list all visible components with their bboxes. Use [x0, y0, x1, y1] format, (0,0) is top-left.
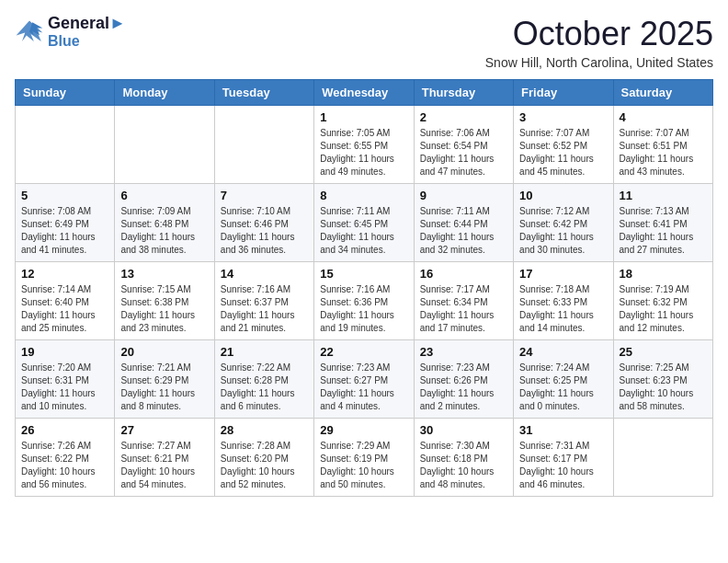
table-row: 11Sunrise: 7:13 AMSunset: 6:41 PMDayligh…: [613, 184, 712, 262]
day-info: Sunrise: 7:12 AMSunset: 6:42 PMDaylight:…: [519, 205, 607, 257]
table-row: 2Sunrise: 7:06 AMSunset: 6:54 PMDaylight…: [414, 106, 513, 184]
day-number: 7: [221, 189, 308, 202]
day-info: Sunrise: 7:06 AMSunset: 6:54 PMDaylight:…: [420, 127, 507, 178]
table-row: 15Sunrise: 7:16 AMSunset: 6:36 PMDayligh…: [314, 262, 414, 340]
calendar-week-row: 1Sunrise: 7:05 AMSunset: 6:55 PMDaylight…: [16, 106, 713, 184]
day-number: 29: [320, 423, 407, 437]
table-row: 6Sunrise: 7:09 AMSunset: 6:48 PMDaylight…: [115, 184, 214, 262]
calendar-week-row: 19Sunrise: 7:20 AMSunset: 6:31 PMDayligh…: [16, 340, 713, 419]
day-info: Sunrise: 7:19 AMSunset: 6:32 PMDaylight:…: [620, 283, 707, 335]
col-sunday: Sunday: [16, 80, 115, 106]
logo-text: General► Blue: [48, 15, 126, 49]
day-number: 20: [120, 345, 208, 359]
table-row: 7Sunrise: 7:10 AMSunset: 6:46 PMDaylight…: [214, 184, 313, 262]
table-row: 3Sunrise: 7:07 AMSunset: 6:52 PMDaylight…: [514, 106, 613, 184]
table-row: 17Sunrise: 7:18 AMSunset: 6:33 PMDayligh…: [514, 262, 613, 340]
day-number: 10: [519, 189, 607, 202]
page-header: General► Blue October 2025 Snow Hill, No…: [15, 15, 713, 70]
day-info: Sunrise: 7:30 AMSunset: 6:18 PMDaylight:…: [420, 440, 507, 491]
day-info: Sunrise: 7:26 AMSunset: 6:22 PMDaylight:…: [21, 440, 108, 491]
day-info: Sunrise: 7:25 AMSunset: 6:23 PMDaylight:…: [620, 362, 707, 413]
table-row: 19Sunrise: 7:20 AMSunset: 6:31 PMDayligh…: [16, 340, 115, 419]
location: Snow Hill, North Carolina, United States: [485, 55, 713, 70]
day-number: 8: [320, 189, 407, 202]
table-row: 21Sunrise: 7:22 AMSunset: 6:28 PMDayligh…: [214, 340, 313, 419]
table-row: 29Sunrise: 7:29 AMSunset: 6:19 PMDayligh…: [314, 419, 414, 497]
day-info: Sunrise: 7:11 AMSunset: 6:44 PMDaylight:…: [420, 205, 507, 257]
calendar-week-row: 5Sunrise: 7:08 AMSunset: 6:49 PMDaylight…: [16, 184, 713, 262]
day-number: 30: [420, 423, 507, 437]
table-row: 12Sunrise: 7:14 AMSunset: 6:40 PMDayligh…: [16, 262, 115, 340]
day-info: Sunrise: 7:29 AMSunset: 6:19 PMDaylight:…: [320, 440, 407, 491]
day-info: Sunrise: 7:13 AMSunset: 6:41 PMDaylight:…: [620, 205, 707, 257]
day-number: 28: [221, 423, 308, 437]
table-row: 14Sunrise: 7:16 AMSunset: 6:37 PMDayligh…: [214, 262, 313, 340]
table-row: 5Sunrise: 7:08 AMSunset: 6:49 PMDaylight…: [16, 184, 115, 262]
day-number: 9: [420, 189, 507, 202]
day-info: Sunrise: 7:07 AMSunset: 6:52 PMDaylight:…: [519, 127, 607, 178]
day-number: 14: [221, 267, 308, 281]
day-number: 21: [221, 345, 308, 359]
day-number: 16: [420, 267, 507, 281]
table-row: 24Sunrise: 7:24 AMSunset: 6:25 PMDayligh…: [514, 340, 613, 419]
day-number: 4: [620, 110, 707, 124]
table-row: [613, 419, 712, 497]
day-info: Sunrise: 7:16 AMSunset: 6:37 PMDaylight:…: [221, 283, 308, 335]
logo-icon: [15, 19, 44, 45]
day-info: Sunrise: 7:31 AMSunset: 6:17 PMDaylight:…: [519, 440, 607, 491]
day-number: 2: [420, 110, 507, 124]
day-number: 6: [120, 189, 208, 202]
day-info: Sunrise: 7:15 AMSunset: 6:38 PMDaylight:…: [120, 283, 208, 335]
day-info: Sunrise: 7:23 AMSunset: 6:26 PMDaylight:…: [420, 362, 507, 413]
day-info: Sunrise: 7:18 AMSunset: 6:33 PMDaylight:…: [519, 283, 607, 335]
table-row: 10Sunrise: 7:12 AMSunset: 6:42 PMDayligh…: [514, 184, 613, 262]
day-info: Sunrise: 7:14 AMSunset: 6:40 PMDaylight:…: [21, 283, 108, 335]
table-row: 27Sunrise: 7:27 AMSunset: 6:21 PMDayligh…: [115, 419, 214, 497]
day-info: Sunrise: 7:17 AMSunset: 6:34 PMDaylight:…: [420, 283, 507, 335]
table-row: 22Sunrise: 7:23 AMSunset: 6:27 PMDayligh…: [314, 340, 414, 419]
month-title: October 2025: [485, 15, 713, 53]
calendar-header-row: Sunday Monday Tuesday Wednesday Thursday…: [16, 80, 713, 106]
table-row: 20Sunrise: 7:21 AMSunset: 6:29 PMDayligh…: [115, 340, 214, 419]
col-thursday: Thursday: [414, 80, 513, 106]
day-number: 26: [21, 423, 108, 437]
calendar-week-row: 26Sunrise: 7:26 AMSunset: 6:22 PMDayligh…: [16, 419, 713, 497]
day-info: Sunrise: 7:08 AMSunset: 6:49 PMDaylight:…: [21, 205, 108, 257]
table-row: 28Sunrise: 7:28 AMSunset: 6:20 PMDayligh…: [214, 419, 313, 497]
calendar-table: Sunday Monday Tuesday Wednesday Thursday…: [15, 79, 713, 497]
calendar-week-row: 12Sunrise: 7:14 AMSunset: 6:40 PMDayligh…: [16, 262, 713, 340]
table-row: 1Sunrise: 7:05 AMSunset: 6:55 PMDaylight…: [314, 106, 414, 184]
day-info: Sunrise: 7:24 AMSunset: 6:25 PMDaylight:…: [519, 362, 607, 413]
day-number: 11: [620, 189, 707, 202]
table-row: 25Sunrise: 7:25 AMSunset: 6:23 PMDayligh…: [613, 340, 712, 419]
table-row: 8Sunrise: 7:11 AMSunset: 6:45 PMDaylight…: [314, 184, 414, 262]
day-number: 5: [21, 189, 108, 202]
table-row: [115, 106, 214, 184]
svg-marker-0: [17, 20, 43, 40]
table-row: 16Sunrise: 7:17 AMSunset: 6:34 PMDayligh…: [414, 262, 513, 340]
day-info: Sunrise: 7:22 AMSunset: 6:28 PMDaylight:…: [221, 362, 308, 413]
day-number: 31: [519, 423, 607, 437]
day-info: Sunrise: 7:20 AMSunset: 6:31 PMDaylight:…: [21, 362, 108, 413]
day-info: Sunrise: 7:05 AMSunset: 6:55 PMDaylight:…: [320, 127, 407, 178]
col-wednesday: Wednesday: [314, 80, 414, 106]
day-info: Sunrise: 7:07 AMSunset: 6:51 PMDaylight:…: [620, 127, 707, 178]
day-number: 23: [420, 345, 507, 359]
day-number: 12: [21, 267, 108, 281]
day-info: Sunrise: 7:09 AMSunset: 6:48 PMDaylight:…: [120, 205, 208, 257]
day-info: Sunrise: 7:10 AMSunset: 6:46 PMDaylight:…: [221, 205, 308, 257]
day-number: 17: [519, 267, 607, 281]
day-number: 22: [320, 345, 407, 359]
table-row: 23Sunrise: 7:23 AMSunset: 6:26 PMDayligh…: [414, 340, 513, 419]
table-row: 4Sunrise: 7:07 AMSunset: 6:51 PMDaylight…: [613, 106, 712, 184]
table-row: [214, 106, 313, 184]
table-row: 18Sunrise: 7:19 AMSunset: 6:32 PMDayligh…: [613, 262, 712, 340]
table-row: [16, 106, 115, 184]
col-monday: Monday: [115, 80, 214, 106]
day-number: 18: [620, 267, 707, 281]
logo: General► Blue: [15, 15, 126, 49]
day-info: Sunrise: 7:21 AMSunset: 6:29 PMDaylight:…: [120, 362, 208, 413]
table-row: 9Sunrise: 7:11 AMSunset: 6:44 PMDaylight…: [414, 184, 513, 262]
day-info: Sunrise: 7:11 AMSunset: 6:45 PMDaylight:…: [320, 205, 407, 257]
day-number: 27: [120, 423, 208, 437]
